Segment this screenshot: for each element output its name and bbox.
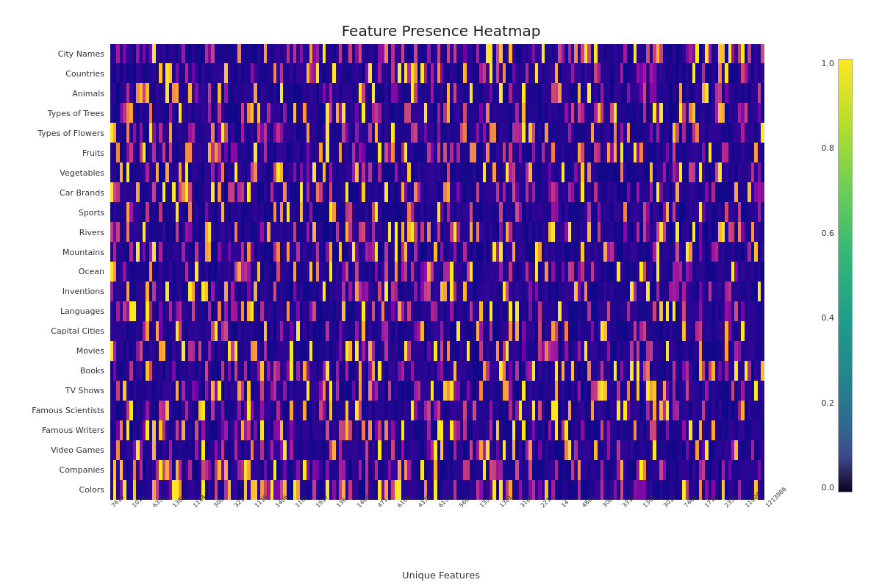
y-axis-label: Types of Trees [0, 104, 109, 123]
colorbar-label: 1.0 [822, 59, 835, 68]
colorbar [838, 59, 860, 492]
y-axis-label: Video Games [0, 440, 109, 460]
y-axis-label: City Names [0, 44, 109, 64]
y-axis-label: TV Shows [0, 381, 109, 401]
colorbar-label: 0.0 [822, 483, 835, 492]
y-axis-label: Sports [0, 203, 109, 223]
x-tick-label: 14 [560, 499, 570, 509]
colorbar-labels: 1.00.80.60.40.20.0 [812, 59, 834, 492]
x-axis-title: Unique Features [402, 570, 480, 581]
y-axis-label: Types of Flowers [0, 123, 109, 143]
colorbar-gradient [838, 59, 853, 492]
y-axis-label: Vegetables [0, 163, 109, 183]
y-axis-label: Animals [0, 84, 109, 104]
y-axis-label: Books [0, 361, 109, 381]
y-axis-label: Car Brands [0, 183, 109, 203]
y-axis-label: Countries [0, 64, 109, 84]
colorbar-label: 0.8 [822, 143, 835, 153]
y-axis-label: Fruits [0, 143, 109, 163]
chart-container: Feature Presence Heatmap City NamesCount… [0, 0, 882, 588]
y-axis-labels: City NamesCountriesAnimalsTypes of Trees… [0, 44, 109, 500]
y-axis-label: Famous Writers [0, 420, 109, 440]
colorbar-label: 0.6 [822, 229, 835, 238]
y-axis-label: Inventions [0, 282, 109, 301]
y-axis-label: Mountains [0, 243, 109, 262]
y-axis-label: Famous Scientists [0, 401, 109, 420]
y-axis-label: Companies [0, 460, 109, 480]
y-axis-label: Movies [0, 341, 109, 361]
x-tick-container: 7619101863551381114430032311391406110919… [110, 501, 764, 551]
y-axis-label: Colors [0, 480, 109, 500]
heatmap-wrapper [110, 44, 764, 500]
colorbar-label: 0.2 [822, 398, 835, 408]
y-axis-label: Capital Cities [0, 321, 109, 341]
y-axis-label: Languages [0, 301, 109, 321]
y-axis-label: Rivers [0, 223, 109, 243]
colorbar-label: 0.4 [822, 313, 835, 323]
y-axis-label: Ocean [0, 262, 109, 282]
chart-title: Feature Presence Heatmap [342, 22, 541, 40]
x-tick-label: 1213986 [764, 486, 788, 509]
heatmap-canvas [110, 44, 764, 500]
